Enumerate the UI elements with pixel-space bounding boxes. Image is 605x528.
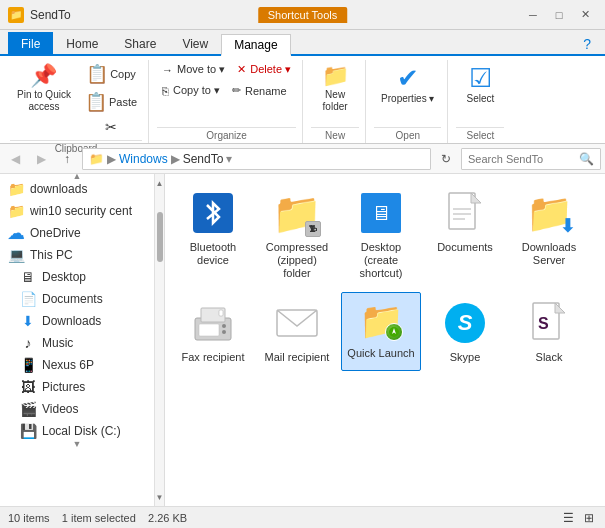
sidebar-item-this-pc[interactable]: 💻 This PC — [0, 244, 154, 266]
ribbon-tabs: File Home Share View Manage ? — [0, 30, 605, 56]
tab-file[interactable]: File — [8, 32, 53, 54]
select-button[interactable]: ☑ Select — [456, 60, 504, 109]
organize-group-label: Organize — [157, 127, 296, 143]
bluetooth-label: Bluetooth device — [178, 241, 248, 267]
properties-button[interactable]: ✔ Properties ▾ — [374, 60, 441, 110]
back-button[interactable]: ◀ — [4, 148, 26, 170]
slack-label: Slack — [536, 351, 563, 364]
paste-label: Paste — [109, 96, 137, 108]
scrollbar-track[interactable] — [155, 192, 164, 488]
grid-view-button[interactable]: ⊞ — [581, 508, 597, 528]
sidebar-scroll-down[interactable]: ▼ — [0, 442, 154, 446]
copy-to-button[interactable]: ⎘ Copy to ▾ — [157, 81, 225, 100]
sidebar: ▲ 📁 downloads 📁 win10 security cent ☁ On… — [0, 174, 165, 506]
sidebar-item-downloads-folder[interactable]: 📁 downloads — [0, 178, 154, 200]
folder-icon: 📁 — [8, 181, 24, 197]
file-item-slack[interactable]: S Slack — [509, 292, 589, 371]
svg-rect-8 — [219, 310, 223, 316]
new-folder-button[interactable]: 📁 Newfolder — [311, 60, 359, 118]
context-tab-label: Shortcut Tools — [258, 7, 348, 23]
sidebar-item-onedrive-label: OneDrive — [30, 226, 81, 240]
videos-nav-icon: 🎬 — [20, 401, 36, 417]
file-item-compressed[interactable]: 📁 🗜 Compressed (zipped) folder — [257, 182, 337, 288]
minimize-button[interactable]: ─ — [521, 5, 545, 25]
copy-to-label: Copy to ▾ — [173, 84, 220, 97]
slack-icon: S — [525, 299, 573, 347]
sidebar-item-desktop[interactable]: 🖥 Desktop — [0, 266, 154, 288]
breadcrumb-sendto: SendTo — [183, 152, 224, 166]
file-item-skype[interactable]: S Skype — [425, 292, 505, 371]
list-view-button[interactable]: ☰ — [560, 508, 577, 528]
file-item-bluetooth[interactable]: Bluetooth device — [173, 182, 253, 288]
file-item-fax[interactable]: Fax recipient — [173, 292, 253, 371]
pin-icon: 📌 — [30, 65, 57, 87]
sidebar-item-music[interactable]: ♪ Music — [0, 332, 154, 354]
rename-button[interactable]: ✏ Rename — [227, 81, 292, 100]
properties-icon: ✔ — [397, 65, 419, 91]
fax-icon — [189, 299, 237, 347]
documents-icon — [441, 189, 489, 237]
svg-rect-9 — [199, 324, 219, 336]
forward-button[interactable]: ▶ — [30, 148, 52, 170]
tab-manage[interactable]: Manage — [221, 34, 290, 56]
select-group-label: Select — [456, 127, 504, 143]
sidebar-item-downloads-label: Downloads — [42, 314, 101, 328]
delete-button[interactable]: ✕ Delete ▾ — [232, 60, 296, 79]
file-item-desktop-shortcut[interactable]: 🖥 Desktop (create shortcut) — [341, 182, 421, 288]
file-item-quick-launch[interactable]: 📁 Quick Launch — [341, 292, 421, 371]
music-nav-icon: ♪ — [20, 335, 36, 351]
tab-view[interactable]: View — [169, 32, 221, 54]
tab-share[interactable]: Share — [111, 32, 169, 54]
cut-button[interactable]: ✂ — [80, 116, 142, 138]
window-controls: ─ □ ✕ — [521, 5, 597, 25]
maximize-button[interactable]: □ — [547, 5, 571, 25]
close-button[interactable]: ✕ — [573, 5, 597, 25]
svg-point-11 — [222, 330, 226, 334]
documents-label: Documents — [437, 241, 493, 254]
pin-to-quick-access-button[interactable]: 📌 Pin to Quickaccess — [10, 60, 78, 118]
sidebar-item-win10security[interactable]: 📁 win10 security cent — [0, 200, 154, 222]
properties-label: Properties ▾ — [381, 93, 434, 105]
sidebar-item-downloads[interactable]: ⬇ Downloads — [0, 310, 154, 332]
scrollbar-up-arrow[interactable]: ▲ — [155, 174, 164, 192]
paste-button[interactable]: 📋 Paste — [80, 88, 142, 116]
file-item-downloads-server[interactable]: 📁 ⬇ Downloads Server — [509, 182, 589, 288]
scrollbar-thumb[interactable] — [157, 212, 163, 262]
breadcrumb[interactable]: 📁 ▶ Windows ▶ SendTo ▾ — [82, 148, 431, 170]
file-grid: Bluetooth device 📁 🗜 Compressed (zipped)… — [165, 174, 605, 506]
open-group-label: Open — [374, 127, 441, 143]
new-folder-label: Newfolder — [323, 89, 348, 113]
move-to-button[interactable]: → Move to ▾ — [157, 60, 230, 79]
up-button[interactable]: ↑ — [56, 148, 78, 170]
file-item-documents[interactable]: Documents — [425, 182, 505, 288]
sidebar-item-downloads-folder-label: downloads — [30, 182, 87, 196]
desktop-shortcut-icon: 🖥 — [357, 189, 405, 237]
mail-icon — [273, 299, 321, 347]
help-button[interactable]: ? — [577, 34, 597, 54]
breadcrumb-windows[interactable]: Windows — [119, 152, 168, 166]
sidebar-item-documents[interactable]: 📄 Documents — [0, 288, 154, 310]
copy-to-icon: ⎘ — [162, 85, 169, 97]
sidebar-item-onedrive[interactable]: ☁ OneDrive — [0, 222, 154, 244]
tab-home[interactable]: Home — [53, 32, 111, 54]
copy-button[interactable]: 📋 Copy — [80, 60, 142, 88]
search-input[interactable] — [468, 153, 575, 165]
refresh-button[interactable]: ↻ — [435, 148, 457, 170]
scrollbar-down-arrow[interactable]: ▼ — [155, 488, 164, 506]
paste-icon: 📋 — [85, 91, 107, 113]
documents-nav-icon: 📄 — [20, 291, 36, 307]
view-controls: ☰ ⊞ — [560, 508, 597, 528]
sidebar-scrollbar[interactable]: ▲ ▼ — [154, 174, 164, 506]
status-item-count: 10 items 1 item selected 2.26 KB — [8, 512, 187, 524]
sidebar-item-pictures[interactable]: 🖼 Pictures — [0, 376, 154, 398]
this-pc-icon: 💻 — [8, 247, 24, 263]
ribbon-group-organize: → Move to ▾ ✕ Delete ▾ ⎘ Copy to ▾ ✏ Ren… — [151, 60, 303, 143]
svg-point-10 — [222, 324, 226, 328]
sidebar-item-nexus6p[interactable]: 📱 Nexus 6P — [0, 354, 154, 376]
sidebar-item-videos[interactable]: 🎬 Videos — [0, 398, 154, 420]
nexus6p-nav-icon: 📱 — [20, 357, 36, 373]
search-box[interactable]: 🔍 — [461, 148, 601, 170]
breadcrumb-item: 📁 — [89, 152, 104, 166]
select-label: Select — [467, 93, 495, 104]
file-item-mail[interactable]: Mail recipient — [257, 292, 337, 371]
